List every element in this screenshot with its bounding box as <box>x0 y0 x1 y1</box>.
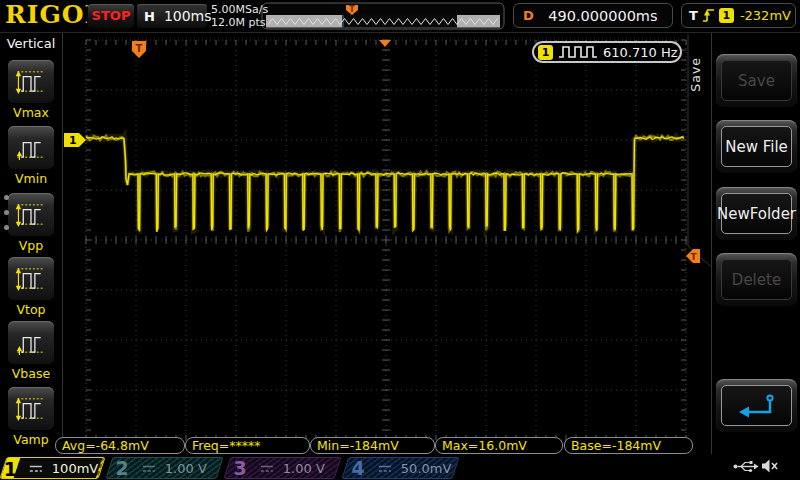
menu-button-newfolder[interactable]: NewFolder <box>716 187 797 240</box>
channel1-offset-marker[interactable]: 1 <box>64 133 86 147</box>
coupling-dc-icon <box>142 463 157 474</box>
channel-number: 4 <box>346 457 370 479</box>
svg-text:1: 1 <box>69 134 77 147</box>
measure-item-label: Vpp <box>0 238 62 253</box>
vtop-icon <box>14 264 48 293</box>
measure-item-vmax[interactable]: Vmax <box>0 60 62 120</box>
measurement-result-min: Min=-184mV <box>310 437 435 454</box>
trigger-level-marker[interactable]: T <box>686 249 700 263</box>
channel-number: 2 <box>110 457 134 479</box>
menu-button-save: Save <box>716 54 797 107</box>
vmax-icon <box>14 67 48 96</box>
sample-rate: 5.00MSa/s <box>211 3 268 16</box>
d-label: D <box>523 8 534 23</box>
measure-item-vpp-button[interactable] <box>8 193 54 236</box>
trigger-source-badge: 1 <box>719 8 734 23</box>
run-state-indicator[interactable]: STOP <box>88 4 134 28</box>
menu-button-return[interactable] <box>716 379 797 432</box>
measure-item-label: Vmax <box>0 105 62 120</box>
measurement-result-max: Max=16.0mV <box>435 437 563 454</box>
channel-scale: 1.00 V <box>165 461 207 476</box>
graticule <box>86 40 686 440</box>
channel-3-status[interactable]: 3 1.00 V <box>223 457 341 479</box>
h-label: H <box>144 9 155 24</box>
measurement-result-base: Base=-184mV <box>564 437 693 454</box>
horizontal-delay-box[interactable]: D 490.000000ms <box>513 3 673 28</box>
svg-text:T: T <box>691 252 698 262</box>
channel-1-status[interactable]: 1 100mV <box>0 457 106 479</box>
menu-button-new-file[interactable]: New File <box>716 120 797 173</box>
scope-display: 1 T T T <box>0 0 800 480</box>
menu-tab-outline <box>688 33 712 454</box>
speaker-muted-icon <box>761 458 779 474</box>
channel-scale: 1.00 V <box>283 461 325 476</box>
channel-2-status[interactable]: 2 1.00 V <box>105 457 223 479</box>
timebase-value: 100ms <box>164 8 212 24</box>
menu-button-label <box>721 385 792 426</box>
acquisition-info: 5.00MSa/s 12.0M pts <box>211 3 268 29</box>
oscilloscope-screen: 1 T T T RIGOL STOP H 100ms 5.00MSa/s 12.… <box>0 0 800 480</box>
menu-page-dots <box>4 195 9 240</box>
measure-item-vbase[interactable]: Vbase <box>0 321 62 381</box>
measure-item-label: Vbase <box>0 366 62 381</box>
freq-value: 610.710 Hz <box>603 45 678 60</box>
memory-depth: 12.0M pts <box>211 16 268 29</box>
frequency-counter: 1 610.710 Hz <box>532 41 682 63</box>
channel-scale: 100mV <box>52 461 98 476</box>
vpp-icon <box>14 200 48 229</box>
menu-button-label: Delete <box>721 259 792 300</box>
usb-icon <box>733 459 759 474</box>
memory-position-bar[interactable]: T <box>262 3 504 29</box>
menu-tab-save: Save <box>688 57 710 92</box>
trigger-edge-icon <box>702 7 715 24</box>
measure-item-vamp-button[interactable] <box>8 387 54 430</box>
vbase-icon <box>14 328 48 357</box>
delay-value: 490.000000ms <box>534 8 672 24</box>
channel-number: 3 <box>228 457 252 479</box>
return-arrow-icon <box>734 391 780 421</box>
channel-4-status[interactable]: 4 50.0mV <box>341 457 459 479</box>
measurement-result-freq: Freq=***** <box>185 437 310 454</box>
coupling-dc-icon <box>29 463 44 474</box>
menu-button-label: NewFolder <box>721 193 792 234</box>
menu-button-label: New File <box>721 126 792 167</box>
menu-button-label: Save <box>721 60 792 101</box>
measure-item-label: Vmin <box>0 171 62 186</box>
trigger-position-marker[interactable]: T <box>132 41 146 58</box>
freq-channel-badge: 1 <box>538 45 553 60</box>
menu-button-delete: Delete <box>716 253 797 306</box>
measure-item-vmin[interactable]: Vmin <box>0 126 62 186</box>
square-wave-icon <box>558 45 598 59</box>
t-label: T <box>689 8 698 23</box>
measurement-result-avg: Avg=-64.8mV <box>55 437 185 454</box>
measure-item-label: Vtop <box>0 302 62 317</box>
svg-text:T: T <box>349 4 355 14</box>
horizontal-center-indicator <box>379 40 391 47</box>
svg-text:T: T <box>136 43 143 54</box>
coupling-dc-icon <box>378 463 393 474</box>
measure-item-vpp[interactable]: Vpp <box>0 193 62 253</box>
left-menu-title: Vertical <box>0 36 62 51</box>
measure-item-vbase-button[interactable] <box>8 321 54 364</box>
vamp-icon <box>14 394 48 423</box>
measure-item-vmax-button[interactable] <box>8 60 54 103</box>
vmin-icon <box>14 133 48 162</box>
measure-item-vmin-button[interactable] <box>8 126 54 169</box>
measure-item-vtop[interactable]: Vtop <box>0 257 62 317</box>
measure-item-vtop-button[interactable] <box>8 257 54 300</box>
horizontal-timebase-box[interactable]: H 100ms <box>137 4 207 28</box>
measure-item-label: Vamp <box>0 432 62 447</box>
coupling-dc-icon <box>260 463 275 474</box>
trigger-info-box[interactable]: T 1 -232mV <box>681 3 796 28</box>
memory-window[interactable] <box>342 15 457 28</box>
channel-scale: 50.0mV <box>401 461 452 476</box>
trigger-level-value: -232mV <box>740 8 791 23</box>
measure-item-vamp[interactable]: Vamp <box>0 387 62 447</box>
